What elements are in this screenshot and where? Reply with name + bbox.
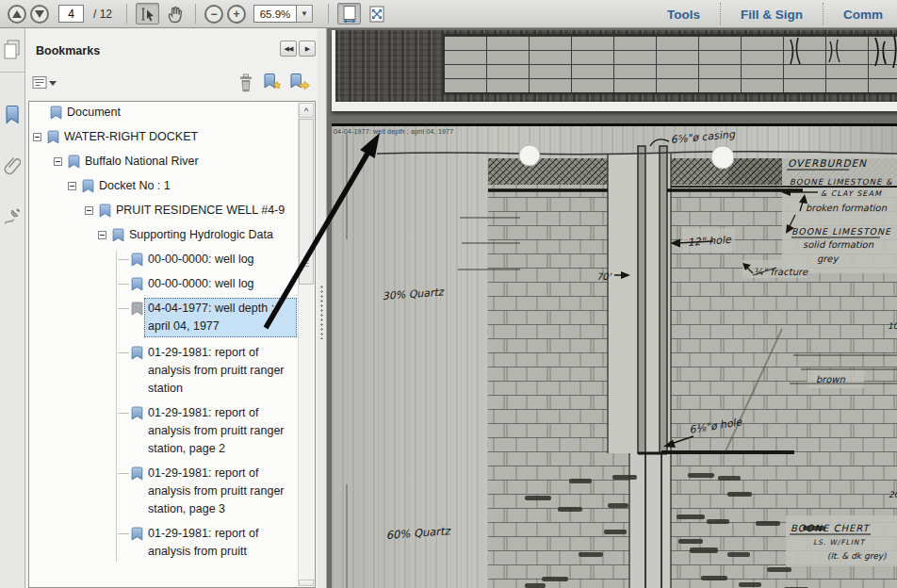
tree-connector-stub [118,473,129,474]
fill-sign-button[interactable]: Fill & Sign [721,8,823,22]
page-number-input[interactable] [58,5,84,23]
zoom-out-button[interactable]: − [204,5,223,24]
options-list-icon [32,75,48,90]
page-thumbnails-icon [3,39,22,61]
arrow-down-icon [35,10,44,18]
page-total-label: / 12 [93,8,112,21]
bookmarks-panel: Bookmarks ◀◀ ▶ Document WATER-RIGHT [25,28,318,588]
hand-icon [167,5,184,24]
zoom-level-value[interactable]: 65.9% [253,5,297,23]
label-30pct-quartz: 30% Quartz [382,286,445,302]
attachments-tab[interactable] [0,155,24,177]
bookmarks-tab[interactable] [0,105,24,124]
label-overburden: OVERBURDEN [788,157,867,169]
bookmark-item[interactable]: 01-29-1981: report of analysis from prui… [31,525,297,561]
next-page-button[interactable] [30,5,49,24]
bookmark-options-button[interactable] [32,75,57,90]
label-brown: brown [816,374,846,384]
bookmark-ribbon-icon [5,105,21,124]
bookmark-item-document[interactable]: Document [31,104,297,122]
tree-connector-stub [118,533,129,534]
label-flint: LS. W/FLINT [813,538,865,547]
bookmark-item[interactable]: 00-00-0000: well log [31,251,297,269]
tools-button[interactable]: Tools [647,8,720,22]
fit-page-button[interactable] [365,3,388,24]
comment-button[interactable]: Comm [824,8,897,22]
bookmarks-toolbar [25,70,318,101]
toolbar-divider [195,4,196,24]
bookmark-item[interactable]: 00-00-0000: well log [31,275,297,293]
bookmark-item[interactable]: Docket No : 1 [31,177,297,195]
fit-page-icon [367,5,386,24]
fit-width-button[interactable] [337,3,361,24]
expand-panel-button[interactable]: ▶ [299,41,316,57]
scrollbar-down-button[interactable] [299,580,314,586]
bookmark-item[interactable]: 01-29-1981: report of analysis from prui… [31,344,297,398]
bookmarks-scrollbar[interactable]: ^ [298,103,314,586]
page-thumbnails-tab[interactable] [0,28,24,73]
document-canvas[interactable]: 04-04-1977: well depth ; april 04, 1977 [327,28,897,588]
label-60pct-quartz: 60% Quartz [385,524,452,542]
pdf-page-previous [332,30,897,111]
collapse-expander[interactable] [85,206,93,215]
well-log-drawing: 6⅝"ø casing OVERBURDEN BOONE LIMESTONE &… [332,126,897,588]
page-header-note: 04-04-1977: well depth ; april 04, 1977 [334,128,453,135]
toolbar-divider [126,4,127,24]
bookmark-item[interactable]: PRUIT RESIDENCE WELL #4-9 [31,202,297,220]
panel-title: Bookmarks [36,44,100,57]
toolbar-divider [328,4,329,24]
previous-page-button[interactable] [8,5,26,24]
bookmark-export-button[interactable] [289,73,312,96]
bookmark-item[interactable]: 01-29-1981: report of analysis from prui… [31,404,297,458]
hand-tool-button[interactable] [163,3,187,24]
bookmark-icon [50,106,62,120]
main-toolbar: / 12 − + 65.9% ▼ Tools Fill & Sign Comm [0,0,897,28]
bookmark-icon [112,228,124,242]
collapse-expander[interactable] [98,231,106,239]
navigation-pane-strip [0,28,25,588]
bookmark-item[interactable]: Supporting Hydrologic Data [31,226,297,244]
bookmark-item-selected[interactable]: 04-04-1977: well depth ; april 04, 1977 [31,300,297,335]
scrollbar-thumb[interactable] [299,119,314,285]
scrollbar-up-button[interactable]: ^ [299,103,314,118]
new-bookmark-button[interactable] [263,73,284,96]
bookmark-item[interactable]: WATER-RIGHT DOCKET [31,128,297,146]
collapse-panel-button[interactable]: ◀◀ [280,41,297,57]
label-casing: 6⅝"ø casing [670,128,736,146]
collapse-expander[interactable] [33,133,41,141]
bookmark-item[interactable]: 01-29-1981: report of analysis from prui… [31,465,297,518]
label-depth-20: 20 [889,490,897,499]
bookmark-icon [131,466,143,481]
bookmark-icon [131,346,143,360]
label-broken-formation: broken formation [806,203,888,213]
label-clay-seam: & CLAY SEAM [821,189,882,198]
zoom-dropdown-button[interactable]: ▼ [297,5,313,23]
label-grey: grey [817,253,839,265]
cursor-ibeam-icon [139,6,156,23]
zoom-in-button[interactable]: + [227,5,246,24]
pdf-page-current: 04-04-1977: well depth ; april 04, 1977 [332,123,897,588]
bookmark-icon [68,155,80,169]
delete-bookmark-button[interactable] [237,74,254,96]
panel-splitter[interactable] [318,28,327,588]
signatures-tab[interactable] [0,207,24,228]
ribbon-star-icon [263,73,284,92]
select-tool-button[interactable] [136,3,159,24]
bookmark-item[interactable]: Buffalo National River [31,153,297,171]
tree-connector-stub [118,413,129,414]
bookmark-icon [131,277,143,291]
bookmark-icon [131,302,143,316]
trash-icon [237,74,254,92]
label-boone-limestone: BOONE LIMESTONE [791,226,891,237]
collapse-expander[interactable] [54,157,62,166]
tree-connector-stub [118,284,129,285]
scanned-content [335,30,897,102]
signature-pen-icon [3,207,22,228]
bookmark-icon [47,130,59,144]
label-depth-70: 70' [596,271,612,282]
label-fracture: ¼" fracture [754,267,808,277]
collapse-expander[interactable] [68,182,76,190]
fit-width-icon [340,5,359,24]
label-lt-dk-grey: (lt. & dk grey) [827,551,887,561]
tree-connector-stub [118,352,129,353]
